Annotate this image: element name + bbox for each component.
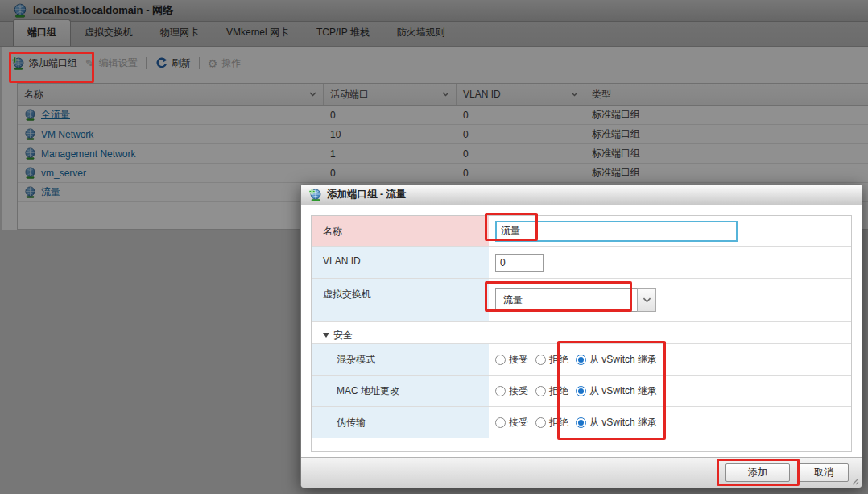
- resize-grip-icon[interactable]: [852, 478, 859, 485]
- name-label: 名称: [312, 216, 489, 246]
- radio-inherit[interactable]: 从 vSwitch 继承: [576, 416, 657, 430]
- vswitch-dropdown-button[interactable]: [637, 288, 656, 312]
- form-row-vswitch: 虚拟交换机 流量: [312, 279, 851, 322]
- promiscuous-label: 混杂模式: [312, 344, 489, 375]
- add-port-group-dialog: 添加端口组 - 流量 名称 VLAN ID 虚拟交换机: [300, 184, 862, 487]
- form-row-forged-transmits: 伪传输 接受 拒绝 从 vSwitch 继承: [312, 407, 851, 438]
- radio-accept[interactable]: 接受: [495, 353, 528, 367]
- radio-checked-icon[interactable]: [576, 386, 586, 396]
- forged-transmits-label: 伪传输: [312, 407, 489, 438]
- dialog-body: 名称 VLAN ID 虚拟交换机 流量: [301, 205, 862, 457]
- chevron-down-icon: [643, 297, 651, 303]
- form-row-vlan: VLAN ID: [312, 247, 851, 279]
- radio-checked-icon[interactable]: [576, 417, 586, 428]
- radio-icon[interactable]: [495, 355, 506, 365]
- radio-reject[interactable]: 拒绝: [535, 416, 568, 430]
- radio-reject[interactable]: 拒绝: [535, 384, 568, 398]
- vswitch-label: 虚拟交换机: [312, 279, 489, 321]
- form-row-promiscuous: 混杂模式 接受 拒绝 从 vSwitch 继承: [312, 344, 851, 376]
- radio-reject[interactable]: 拒绝: [535, 353, 568, 367]
- form-filler: [312, 438, 851, 453]
- vswitch-selected-value[interactable]: 流量: [495, 288, 637, 312]
- radio-icon[interactable]: [495, 417, 506, 428]
- form-row-name: 名称: [312, 216, 851, 247]
- expander-triangle-icon: [323, 333, 329, 338]
- radio-icon[interactable]: [535, 417, 546, 428]
- cancel-button[interactable]: 取消: [799, 463, 849, 482]
- radio-icon[interactable]: [495, 386, 506, 396]
- radio-checked-icon[interactable]: [576, 355, 586, 365]
- name-input[interactable]: [495, 221, 738, 242]
- port-group-form: 名称 VLAN ID 虚拟交换机 流量: [311, 215, 852, 452]
- vlan-label: VLAN ID: [312, 247, 489, 278]
- radio-icon[interactable]: [535, 386, 546, 396]
- radio-accept[interactable]: 接受: [495, 416, 528, 430]
- radio-inherit[interactable]: 从 vSwitch 继承: [576, 384, 657, 398]
- dialog-title: 添加端口组 - 流量: [327, 188, 407, 201]
- vlan-id-input[interactable]: [495, 254, 544, 272]
- mac-changes-label: MAC 地址更改: [312, 376, 489, 406]
- dialog-titlebar: 添加端口组 - 流量: [301, 185, 862, 205]
- security-section-label: 安全: [333, 329, 353, 342]
- add-button[interactable]: 添加: [725, 463, 790, 482]
- radio-inherit[interactable]: 从 vSwitch 继承: [576, 353, 657, 367]
- radio-accept[interactable]: 接受: [495, 384, 528, 398]
- form-row-mac-changes: MAC 地址更改 接受 拒绝 从 vSwitch 继承: [312, 376, 851, 407]
- radio-icon[interactable]: [535, 355, 546, 365]
- add-port-group-icon: [309, 189, 322, 201]
- dialog-footer: 添加 取消: [301, 457, 862, 488]
- security-section-header[interactable]: 安全: [312, 322, 851, 344]
- esxi-network-screen: localhost.localdomain - 网络 端口组 虚拟交换机 物理网…: [0, 0, 868, 494]
- vswitch-select[interactable]: 流量: [495, 288, 656, 312]
